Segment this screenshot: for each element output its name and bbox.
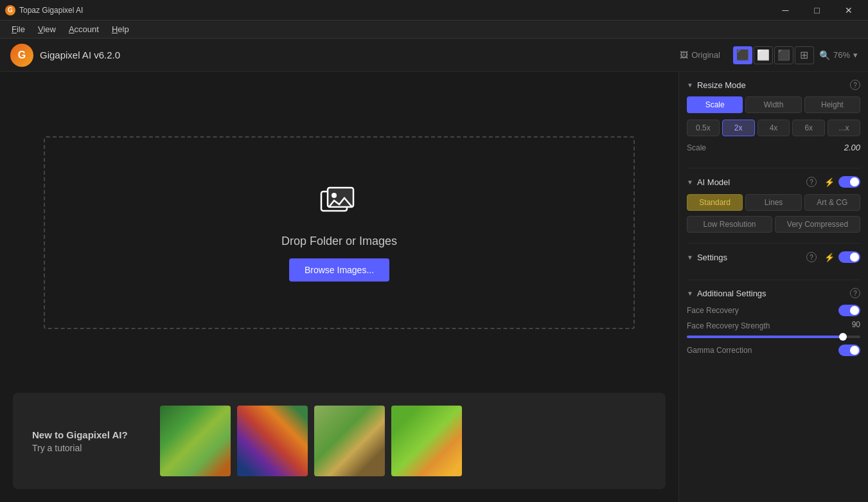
drop-text: Drop Folder or Images xyxy=(281,235,397,248)
canvas-area: Drop Folder or Images Browse Images... N… xyxy=(0,72,678,502)
ai-model-type-tabs: Standard Lines Art & CG xyxy=(687,194,860,211)
face-recovery-toggle[interactable] xyxy=(838,305,860,316)
ai-tab-very-compressed[interactable]: Very Compressed xyxy=(775,216,860,233)
slider-fill xyxy=(687,336,843,338)
drop-zone-wrapper: Drop Folder or Images Browse Images... xyxy=(0,72,678,393)
scale-05x[interactable]: 0.5x xyxy=(687,120,720,136)
ai-model-header[interactable]: ▼ AI Model ? ⚡ xyxy=(687,176,860,188)
scale-6x[interactable]: 6x xyxy=(792,120,825,136)
original-toggle[interactable]: 🖼 Original xyxy=(672,47,728,63)
drop-zone[interactable]: Drop Folder or Images Browse Images... xyxy=(44,136,635,329)
title-bar: G Topaz Gigapixel AI ─ □ ✕ xyxy=(0,0,868,21)
additional-settings-header[interactable]: ▼ Additional Settings ? xyxy=(687,288,860,298)
divider-2 xyxy=(687,243,860,244)
maximize-button[interactable]: □ xyxy=(802,0,831,21)
ai-tab-standard[interactable]: Standard xyxy=(687,194,743,211)
slider-thumb[interactable] xyxy=(839,333,847,341)
face-recovery-row: Face Recovery xyxy=(687,305,860,316)
zoom-icon: 🔍 xyxy=(819,50,830,60)
ai-model-toggle[interactable] xyxy=(838,176,860,188)
tab-width[interactable]: Width xyxy=(745,96,801,113)
toolbar: G Gigapixel AI v6.2.0 🖼 Original ⬛ ⬜ ⬛ ⊞… xyxy=(0,39,868,72)
zoom-level: 76% xyxy=(833,50,850,60)
gamma-correction-toggle[interactable] xyxy=(838,345,860,356)
tab-height[interactable]: Height xyxy=(804,96,860,113)
resize-mode-tabs: Scale Width Height xyxy=(687,96,860,113)
tab-scale[interactable]: Scale xyxy=(687,96,743,113)
resize-mode-chevron: ▼ xyxy=(687,82,693,89)
face-recovery-strength-value: 90 xyxy=(852,320,860,329)
zoom-dropdown-icon[interactable]: ▾ xyxy=(853,50,858,60)
scale-buttons: 0.5x 2x 4x 6x ...x xyxy=(687,120,860,136)
additional-settings-section: ▼ Additional Settings ? Face Recovery Fa… xyxy=(687,288,860,360)
ai-model-help[interactable]: ? xyxy=(806,177,817,187)
additional-settings-help[interactable]: ? xyxy=(850,288,860,298)
original-label: Original xyxy=(691,50,720,60)
sample-image-paint[interactable] xyxy=(237,406,308,476)
view-mode-split-h[interactable]: ⬜ xyxy=(754,46,773,64)
face-recovery-strength-row: Face Recovery Strength 90 xyxy=(687,320,860,338)
resize-mode-help[interactable]: ? xyxy=(850,80,860,90)
menu-help[interactable]: Help xyxy=(105,22,136,37)
ai-model-title: AI Model xyxy=(697,177,730,187)
additional-settings-chevron: ▼ xyxy=(687,290,693,297)
face-recovery-strength-label: Face Recovery Strength xyxy=(687,321,770,330)
sample-image-owl[interactable] xyxy=(314,406,385,476)
view-mode-split-v[interactable]: ⬛ xyxy=(774,46,793,64)
view-mode-single[interactable]: ⬛ xyxy=(733,46,752,64)
settings-header[interactable]: ▼ Settings ? ⚡ xyxy=(687,251,860,263)
view-mode-quad[interactable]: ⊞ xyxy=(795,46,814,64)
scale-custom[interactable]: ...x xyxy=(828,120,860,136)
scale-4x[interactable]: 4x xyxy=(757,120,790,136)
ai-model-section: ▼ AI Model ? ⚡ Standard Lines Art & CG L… xyxy=(687,176,860,233)
resize-mode-section: ▼ Resize Mode ? Scale Width Height 0.5x … xyxy=(687,80,860,157)
additional-settings-title: Additional Settings xyxy=(697,289,766,298)
svg-point-2 xyxy=(332,193,337,198)
sample-image-butterfly[interactable] xyxy=(391,406,462,476)
tutorial-text: New to Gigapixel AI? Try a tutorial xyxy=(32,429,128,453)
image-icon: 🖼 xyxy=(680,50,688,60)
close-button[interactable]: ✕ xyxy=(834,0,863,21)
menu-account[interactable]: Account xyxy=(62,22,105,37)
title-bar-text: Topaz Gigapixel AI xyxy=(19,6,771,15)
minimize-button[interactable]: ─ xyxy=(771,0,800,21)
settings-help[interactable]: ? xyxy=(806,252,817,262)
menu-file[interactable]: File xyxy=(5,22,31,37)
scale-label: Scale xyxy=(687,143,706,152)
ai-tab-low-resolution[interactable]: Low Resolution xyxy=(687,216,772,233)
main-content: Drop Folder or Images Browse Images... N… xyxy=(0,72,868,502)
ai-model-chevron: ▼ xyxy=(687,179,693,186)
ai-tab-art-cg[interactable]: Art & CG xyxy=(804,194,860,211)
right-panel: ▼ Resize Mode ? Scale Width Height 0.5x … xyxy=(678,72,868,502)
menu-view[interactable]: View xyxy=(31,22,62,37)
divider-3 xyxy=(687,280,860,280)
resize-mode-title: Resize Mode xyxy=(697,80,746,90)
face-recovery-strength-label-row: Face Recovery Strength 90 xyxy=(687,320,860,332)
sample-image-lizard[interactable] xyxy=(160,406,231,476)
drop-images-icon xyxy=(320,183,359,224)
gamma-correction-row: Gamma Correction xyxy=(687,345,860,356)
app-icon: G xyxy=(5,5,15,15)
logo-area: G Gigapixel AI v6.2.0 xyxy=(10,44,664,67)
sample-images xyxy=(160,406,462,476)
settings-chevron: ▼ xyxy=(687,254,693,261)
resize-mode-header[interactable]: ▼ Resize Mode ? xyxy=(687,80,860,90)
face-recovery-label: Face Recovery xyxy=(687,306,739,315)
scale-value-row: Scale 2.00 xyxy=(687,143,860,152)
gamma-correction-label: Gamma Correction xyxy=(687,346,752,355)
settings-title: Settings xyxy=(697,253,727,262)
browse-images-button[interactable]: Browse Images... xyxy=(289,258,389,282)
ai-tab-lines[interactable]: Lines xyxy=(745,194,801,211)
face-recovery-strength-slider[interactable] xyxy=(687,336,860,338)
settings-toggle[interactable] xyxy=(838,251,860,263)
zoom-area: 🔍 76% ▾ xyxy=(819,50,858,60)
ai-quality-tabs: Low Resolution Very Compressed xyxy=(687,216,860,233)
menu-bar: File View Account Help xyxy=(0,21,868,39)
view-mode-group: ⬛ ⬜ ⬛ ⊞ xyxy=(733,46,814,64)
settings-section: ▼ Settings ? ⚡ xyxy=(687,251,860,269)
ai-model-lightning-icon: ⚡ xyxy=(824,177,835,187)
tutorial-section: New to Gigapixel AI? Try a tutorial xyxy=(13,393,666,489)
scale-2x[interactable]: 2x xyxy=(722,120,755,136)
window-controls: ─ □ ✕ xyxy=(771,0,863,21)
toolbar-right: 🖼 Original ⬛ ⬜ ⬛ ⊞ 🔍 76% ▾ xyxy=(672,46,858,64)
